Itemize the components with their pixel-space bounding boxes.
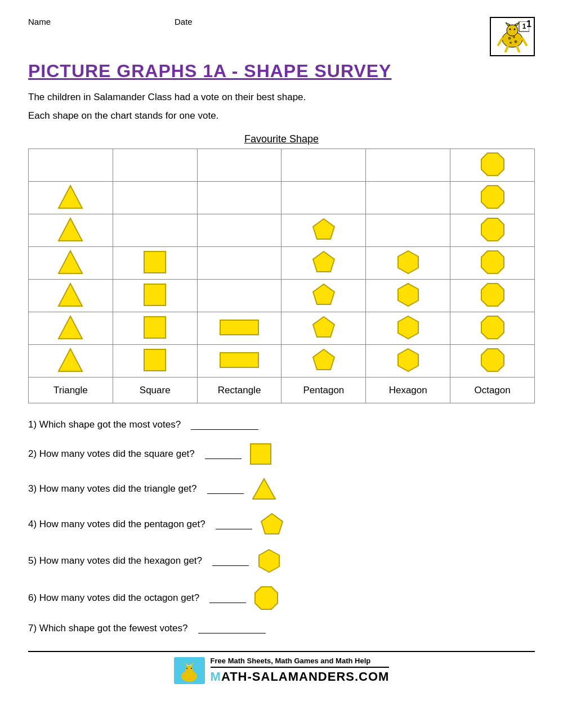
q3-triangle-icon [252, 478, 276, 500]
cell-pentagon-6 [282, 182, 366, 214]
cell-octagon-3 [450, 280, 535, 312]
svg-marker-20 [313, 219, 334, 239]
svg-marker-45 [253, 479, 275, 499]
cell-rectangle-3 [197, 280, 282, 312]
cell-triangle-1 [29, 345, 113, 378]
cell-rectangle-1 [197, 345, 282, 378]
question-7: 7) Which shape got the fewest votes? [28, 623, 535, 634]
graph-row-7 [29, 345, 535, 378]
svg-point-52 [185, 666, 193, 673]
graph-row-2 [29, 182, 535, 214]
svg-line-11 [522, 38, 526, 45]
svg-marker-46 [261, 514, 283, 534]
logo-icon: 1 [495, 21, 529, 52]
q4-text: 4) How many votes did the pentagon get? [28, 519, 205, 530]
cell-pentagon-5 [282, 214, 366, 247]
cell-pentagon-7 [282, 149, 366, 182]
question-6: 6) How many votes did the octagon get? [28, 586, 535, 610]
q7-text: 7) Which shape got the fewest votes? [28, 623, 188, 634]
top-bar: Name Date 1 [28, 17, 535, 56]
q2-text: 2) How many votes did the square get? [28, 448, 195, 460]
q5-answer-line[interactable] [212, 556, 249, 566]
q4-answer-line[interactable] [216, 519, 252, 529]
footer-site-line: MATH-SALAMANDERS.COM [211, 667, 390, 684]
svg-marker-31 [481, 284, 504, 306]
graph-row-3 [29, 214, 535, 247]
q3-answer-line[interactable] [207, 484, 244, 494]
footer-logo-icon: 35 [174, 657, 205, 684]
svg-point-5 [515, 40, 517, 43]
cell-square-6 [113, 182, 197, 214]
cell-pentagon-2 [282, 312, 366, 345]
svg-marker-25 [398, 251, 418, 273]
svg-marker-18 [481, 186, 504, 208]
octagon-shape [480, 282, 505, 307]
svg-rect-44 [251, 444, 271, 464]
question-2: 2) How many votes did the square get? [28, 443, 535, 465]
cell-square-5 [113, 214, 197, 247]
q5-text: 5) How many votes did the hexagon get? [28, 555, 202, 567]
svg-point-6 [510, 28, 511, 30]
svg-marker-16 [481, 153, 504, 176]
octagon-shape [480, 250, 505, 275]
q6-answer-line[interactable] [209, 593, 246, 603]
svg-point-2 [508, 37, 511, 39]
q1-answer-line[interactable] [191, 420, 258, 430]
svg-marker-22 [59, 251, 82, 273]
q7-answer-line[interactable] [198, 623, 266, 633]
svg-point-7 [514, 28, 516, 30]
q2-answer-line[interactable] [205, 449, 242, 459]
svg-marker-36 [398, 316, 418, 339]
questions-section: 1) Which shape got the most votes? 2) Ho… [28, 419, 535, 634]
pentagon-shape [312, 283, 336, 307]
svg-rect-34 [220, 320, 258, 335]
q4-pentagon-icon [260, 513, 284, 536]
square-shape [143, 316, 167, 339]
graph-row-6 [29, 312, 535, 345]
rectangle-shape [219, 352, 260, 369]
svg-marker-37 [481, 316, 504, 339]
logo-box: 1 1 [490, 17, 535, 56]
question-5: 5) How many votes did the hexagon get? [28, 549, 535, 573]
svg-line-12 [506, 46, 508, 52]
svg-marker-38 [59, 349, 82, 371]
footer-tagline: Free Math Sheets, Math Games and Math He… [211, 657, 390, 665]
svg-point-4 [510, 42, 512, 44]
q6-octagon-icon [254, 586, 279, 610]
cell-rectangle-6 [197, 182, 282, 214]
triangle-shape [57, 348, 83, 372]
cell-hexagon-2 [366, 312, 450, 345]
picture-graph-table: Triangle Square Rectangle Pentagon Hexag… [28, 149, 535, 403]
cell-hexagon-4 [366, 247, 450, 280]
q1-text: 1) Which shape got the most votes? [28, 419, 181, 430]
svg-rect-33 [144, 317, 166, 338]
svg-rect-28 [144, 284, 166, 305]
svg-marker-35 [313, 317, 334, 337]
svg-marker-32 [59, 316, 82, 339]
col-label-rectangle: Rectangle [197, 378, 282, 403]
graph-label-row: Triangle Square Rectangle Pentagon Hexag… [29, 378, 535, 403]
svg-text:1: 1 [522, 23, 526, 30]
octagon-shape [480, 152, 505, 177]
svg-point-53 [186, 668, 187, 669]
octagon-shape [480, 348, 505, 372]
cell-rectangle-7 [197, 149, 282, 182]
cell-hexagon-7 [366, 149, 450, 182]
q6-text: 6) How many votes did the octagon get? [28, 592, 199, 604]
cell-square-7 [113, 149, 197, 182]
svg-marker-42 [398, 349, 418, 371]
octagon-shape [480, 185, 505, 209]
footer-site: MATH-SALAMANDERS.COM [211, 669, 390, 684]
col-label-octagon: Octagon [450, 378, 535, 403]
hexagon-shape [396, 282, 421, 307]
cell-triangle-7 [29, 149, 113, 182]
chart-title: Favourite Shape [28, 133, 535, 145]
question-4: 4) How many votes did the pentagon get? [28, 513, 535, 536]
cell-hexagon-5 [366, 214, 450, 247]
cell-triangle-5 [29, 214, 113, 247]
cell-square-1 [113, 345, 197, 378]
svg-marker-47 [259, 550, 279, 572]
footer: 35 Free Math Sheets, Math Games and Math… [28, 651, 535, 684]
cell-octagon-7 [450, 149, 535, 182]
col-label-hexagon: Hexagon [366, 378, 450, 403]
